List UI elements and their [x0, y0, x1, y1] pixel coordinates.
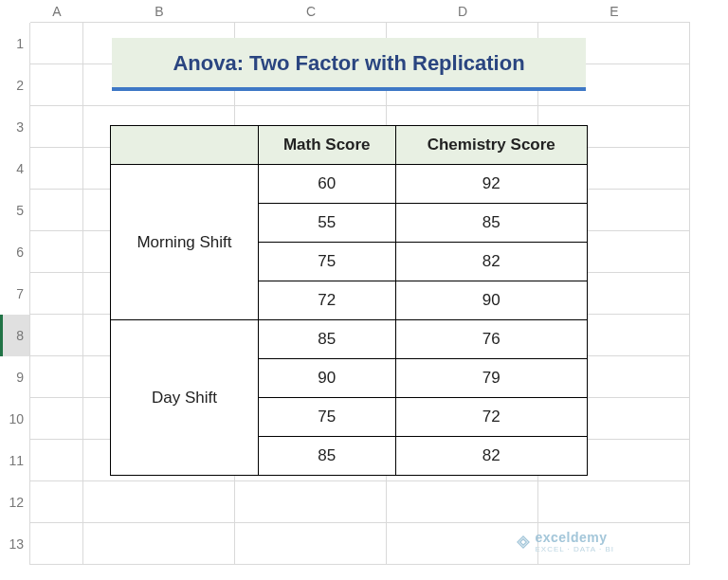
row-header-12[interactable]: 12	[0, 481, 30, 523]
select-all-corner[interactable]	[0, 0, 30, 23]
cell-math: 85	[258, 320, 395, 359]
cell-chem: 82	[395, 437, 587, 476]
cell-A10[interactable]	[30, 398, 83, 440]
row-header-7[interactable]: 7	[0, 273, 30, 315]
group-label-day: Day Shift	[111, 320, 259, 476]
row-header-3[interactable]: 3	[0, 106, 30, 148]
col-header-D[interactable]: D	[387, 0, 538, 23]
col-header-B[interactable]: B	[83, 0, 235, 23]
col-header-E[interactable]: E	[538, 0, 690, 23]
watermark-tagline: EXCEL · DATA · BI	[535, 545, 614, 553]
cell-B13[interactable]	[83, 523, 235, 565]
cell-chem: 76	[395, 320, 587, 359]
group-label-morning: Morning Shift	[111, 165, 259, 320]
header-math: Math Score	[258, 126, 395, 165]
cell-A7[interactable]	[30, 273, 83, 315]
table-row: Day Shift 85 76	[111, 320, 588, 359]
cell-A1[interactable]	[30, 23, 83, 64]
row-header-2[interactable]: 2	[0, 64, 30, 106]
cell-chem: 72	[395, 398, 587, 437]
cell-A11[interactable]	[30, 440, 83, 481]
page-title: Anova: Two Factor with Replication	[112, 38, 586, 91]
cell-math: 90	[258, 359, 395, 398]
cell-A8[interactable]	[30, 315, 83, 356]
watermark: exceldemy EXCEL · DATA · BI	[516, 530, 614, 553]
cell-chem: 82	[395, 243, 587, 281]
row-header-5[interactable]: 5	[0, 190, 30, 231]
cell-D12[interactable]	[387, 481, 538, 523]
cell-A9[interactable]	[30, 356, 83, 398]
cell-C12[interactable]	[235, 481, 387, 523]
cell-math: 72	[258, 281, 395, 320]
watermark-text: exceldemy EXCEL · DATA · BI	[535, 530, 614, 553]
watermark-brand: exceldemy	[535, 530, 614, 545]
cell-A13[interactable]	[30, 523, 83, 565]
cell-A3[interactable]	[30, 106, 83, 148]
cell-E12[interactable]	[538, 481, 690, 523]
cell-math: 85	[258, 437, 395, 476]
cell-math: 75	[258, 243, 395, 281]
row-header-4[interactable]: 4	[0, 148, 30, 190]
row-header-1[interactable]: 1	[0, 23, 30, 64]
col-header-A[interactable]: A	[30, 0, 83, 23]
row-header-9[interactable]: 9	[0, 356, 30, 398]
cell-chem: 79	[395, 359, 587, 398]
row-header-6[interactable]: 6	[0, 231, 30, 273]
header-empty	[111, 126, 259, 165]
cell-A4[interactable]	[30, 148, 83, 190]
header-chem: Chemistry Score	[395, 126, 587, 165]
cell-A2[interactable]	[30, 64, 83, 106]
col-header-C[interactable]: C	[235, 0, 387, 23]
cell-math: 75	[258, 398, 395, 437]
cell-C13[interactable]	[235, 523, 387, 565]
cell-math: 60	[258, 165, 395, 204]
cell-chem: 92	[395, 165, 587, 204]
row-header-8[interactable]: 8	[0, 315, 30, 356]
cell-A12[interactable]	[30, 481, 83, 523]
cell-A6[interactable]	[30, 231, 83, 273]
table-row: Morning Shift 60 92	[111, 165, 588, 204]
logo-icon	[516, 535, 531, 550]
row-header-11[interactable]: 11	[0, 440, 30, 481]
cell-B12[interactable]	[83, 481, 235, 523]
anova-data-table: Math Score Chemistry Score Morning Shift…	[110, 125, 588, 476]
cell-chem: 90	[395, 281, 587, 320]
content-overlay: Anova: Two Factor with Replication Math …	[83, 38, 614, 476]
cell-A5[interactable]	[30, 190, 83, 231]
table-header-row: Math Score Chemistry Score	[111, 126, 588, 165]
cell-chem: 85	[395, 204, 587, 243]
row-header-10[interactable]: 10	[0, 398, 30, 440]
row-header-13[interactable]: 13	[0, 523, 30, 565]
cell-math: 55	[258, 204, 395, 243]
